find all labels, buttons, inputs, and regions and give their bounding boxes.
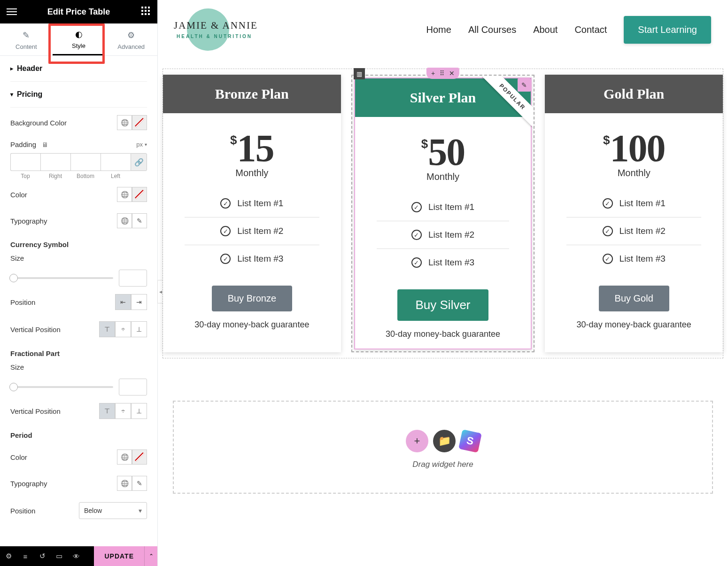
period-pos-label: Position — [10, 507, 35, 515]
pos-after-button[interactable]: ⇥ — [131, 294, 147, 310]
update-button[interactable]: UPDATE — [94, 546, 144, 566]
contrast-icon: ◐ — [75, 29, 83, 39]
start-learning-button[interactable]: Start Learning — [624, 16, 711, 44]
period-typo-label: Typography — [10, 480, 47, 488]
period-color-none-button[interactable] — [132, 450, 147, 465]
pricing-row: ▥ Bronze Plan $15 Monthly List Item #1 L… — [163, 69, 723, 358]
panel-footer: ⚙ ≡ ↺ ▭ 👁 UPDATE ⌃ — [0, 546, 157, 566]
plan-card-bronze[interactable]: Bronze Plan $15 Monthly List Item #1 Lis… — [163, 75, 341, 352]
currency: $ — [421, 137, 428, 151]
check-icon — [603, 254, 613, 264]
apps-icon[interactable] — [140, 7, 151, 17]
drop-icons: + 📁 S — [174, 430, 712, 452]
vpos-middle-button[interactable]: ÷ — [115, 321, 131, 337]
section-pricing[interactable]: Pricing — [10, 82, 147, 108]
logo-text: JAMIE & ANNIE — [174, 20, 258, 31]
period: Monthly — [355, 171, 531, 182]
color-none-button[interactable] — [132, 115, 147, 130]
buy-button[interactable]: Buy Silver — [397, 289, 488, 321]
panel-header: Edit Price Table — [0, 0, 157, 23]
settings-icon[interactable]: ⚙ — [0, 552, 17, 560]
history-icon[interactable]: ↺ — [34, 552, 51, 560]
buy-button[interactable]: Buy Bronze — [212, 286, 292, 311]
edit-widget-icon[interactable]: ✎ — [518, 78, 531, 92]
period-edit-typo-button[interactable] — [132, 476, 147, 491]
feature-list: List Item #1 List Item #2 List Item #3 — [163, 185, 341, 282]
close-section-icon[interactable]: ✕ — [449, 70, 455, 77]
price: 100 — [610, 127, 665, 170]
frac-size-input[interactable] — [119, 379, 147, 395]
frac-size-slider[interactable] — [10, 386, 113, 388]
frac-vpos-bottom-button[interactable]: ⊥ — [131, 403, 147, 419]
column-handle-icon[interactable]: ▥ — [354, 68, 365, 79]
period-position-select[interactable]: Below — [79, 502, 147, 519]
panel-title: Edit Price Table — [47, 7, 110, 17]
check-icon — [603, 198, 613, 209]
feature-item: List Item #3 — [377, 249, 510, 276]
nav-about[interactable]: About — [533, 24, 558, 35]
feature-item: List Item #1 — [185, 190, 319, 217]
padding-right-input[interactable] — [40, 153, 70, 171]
buy-button[interactable]: Buy Gold — [599, 286, 669, 311]
drop-zone[interactable]: + 📁 S Drag widget here — [173, 401, 713, 494]
pos-before-button[interactable]: ⇤ — [115, 294, 131, 310]
guarantee-text: 30-day money-back guarantee — [355, 329, 531, 349]
typography-label: Typography — [10, 217, 47, 225]
frac-vpos-top-button[interactable]: ⊤ — [99, 403, 115, 419]
add-section-icon[interactable]: + — [431, 70, 435, 77]
drag-section-icon[interactable]: ⠿ — [440, 70, 444, 77]
size-slider[interactable] — [10, 277, 113, 279]
nav-home[interactable]: Home — [426, 24, 451, 35]
price: 15 — [237, 127, 274, 170]
site-logo[interactable]: JAMIE & ANNIE HEALTH & NUTRITION — [169, 7, 269, 53]
navigator-icon[interactable]: ≡ — [17, 552, 34, 560]
check-icon — [220, 254, 231, 264]
panel-body: Header Pricing Background Color Padding … — [0, 56, 157, 546]
size-input[interactable] — [119, 270, 147, 287]
unit-select[interactable]: px — [136, 141, 147, 148]
folder-icon[interactable]: 📁 — [433, 430, 456, 452]
guarantee-text: 30-day money-back guarantee — [163, 320, 341, 339]
preview-icon[interactable]: 👁 — [68, 552, 85, 560]
position-label: Position — [10, 298, 35, 306]
plan-card-silver-selected[interactable]: ✎ POPULAR Silver Plan $50 Monthly List I… — [351, 75, 535, 352]
guarantee-text: 30-day money-back guarantee — [545, 320, 723, 339]
tab-style[interactable]: ◐ Style — [53, 23, 105, 55]
update-options-button[interactable]: ⌃ — [144, 546, 157, 566]
global-color-button[interactable] — [117, 115, 132, 130]
drop-text: Drag widget here — [174, 460, 712, 469]
nav-courses[interactable]: All Courses — [468, 24, 516, 35]
price: 50 — [428, 131, 465, 173]
padding-left-input[interactable] — [101, 153, 131, 171]
add-widget-icon[interactable]: + — [406, 430, 428, 452]
vpos-bottom-button[interactable]: ⊥ — [131, 321, 147, 337]
site-header: JAMIE & ANNIE HEALTH & NUTRITION Home Al… — [158, 0, 728, 59]
global-color-button[interactable] — [117, 187, 132, 202]
tab-advanced[interactable]: ⚙ Advanced — [105, 23, 157, 55]
plan-card-gold[interactable]: Gold Plan $100 Monthly List Item #1 List… — [545, 75, 723, 352]
vposition-label: Vertical Position — [10, 326, 61, 333]
link-values-button[interactable]: 🔗 — [131, 153, 147, 171]
template-icon[interactable]: S — [458, 429, 482, 453]
padding-bottom-input[interactable] — [70, 153, 101, 171]
period-global-color-button[interactable] — [117, 450, 132, 465]
fractional-heading: Fractional Part — [10, 341, 147, 360]
global-typography-button[interactable] — [117, 213, 132, 228]
edit-typography-button[interactable] — [132, 213, 147, 228]
responsive-mode-icon[interactable]: ▭ — [51, 552, 68, 560]
section-header[interactable]: Header — [10, 56, 147, 82]
vpos-top-button[interactable]: ⊤ — [99, 321, 115, 337]
feature-list: List Item #1 List Item #2 List Item #3 — [545, 185, 723, 282]
color-none-button[interactable] — [132, 187, 147, 202]
tab-content[interactable]: ✎ Content — [0, 23, 53, 55]
frac-vpos-middle-button[interactable]: ÷ — [115, 403, 131, 419]
feature-item: List Item #2 — [377, 221, 510, 249]
period-global-typo-button[interactable] — [117, 476, 132, 491]
nav-contact[interactable]: Contact — [574, 24, 607, 35]
tab-label: Content — [15, 43, 37, 50]
padding-top-input[interactable] — [10, 153, 40, 171]
color-label: Color — [10, 191, 27, 199]
menu-icon[interactable] — [7, 7, 17, 17]
gear-icon: ⚙ — [127, 30, 135, 40]
responsive-icon[interactable]: 🖥 — [40, 141, 48, 148]
